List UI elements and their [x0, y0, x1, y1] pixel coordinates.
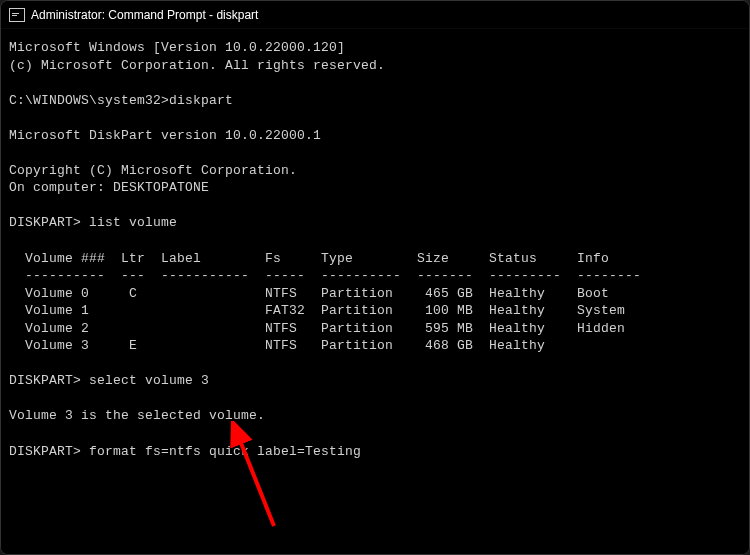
output-line: (c) Microsoft Corporation. All rights re… [9, 58, 385, 73]
table-row: Volume 3 E NTFS Partition 468 GB Healthy [9, 338, 545, 353]
command-line: DISKPART> list volume [9, 215, 177, 230]
command-line: C:\WINDOWS\system32>diskpart [9, 93, 233, 108]
output-line: On computer: DESKTOPATONE [9, 180, 209, 195]
table-divider: ---------- --- ----------- ----- -------… [9, 268, 641, 283]
table-row: Volume 1 FAT32 Partition 100 MB Healthy … [9, 303, 625, 318]
output-line: Microsoft DiskPart version 10.0.22000.1 [9, 128, 321, 143]
title-bar[interactable]: Administrator: Command Prompt - diskpart [1, 1, 749, 29]
output-line: Copyright (C) Microsoft Corporation. [9, 163, 297, 178]
command-line: DISKPART> select volume 3 [9, 373, 209, 388]
terminal-output[interactable]: Microsoft Windows [Version 10.0.22000.12… [1, 29, 749, 554]
cmd-icon [9, 8, 25, 22]
table-row: Volume 2 NTFS Partition 595 MB Healthy H… [9, 321, 625, 336]
command-line: DISKPART> format fs=ntfs quick label=Tes… [9, 444, 361, 459]
arrow-annotation-icon [219, 421, 289, 531]
window-title: Administrator: Command Prompt - diskpart [31, 8, 258, 22]
output-line: Volume 3 is the selected volume. [9, 408, 265, 423]
command-prompt-window: Administrator: Command Prompt - diskpart… [0, 0, 750, 555]
output-line: Microsoft Windows [Version 10.0.22000.12… [9, 40, 345, 55]
table-header: Volume ### Ltr Label Fs Type Size Status… [9, 251, 609, 266]
table-row: Volume 0 C NTFS Partition 465 GB Healthy… [9, 286, 609, 301]
